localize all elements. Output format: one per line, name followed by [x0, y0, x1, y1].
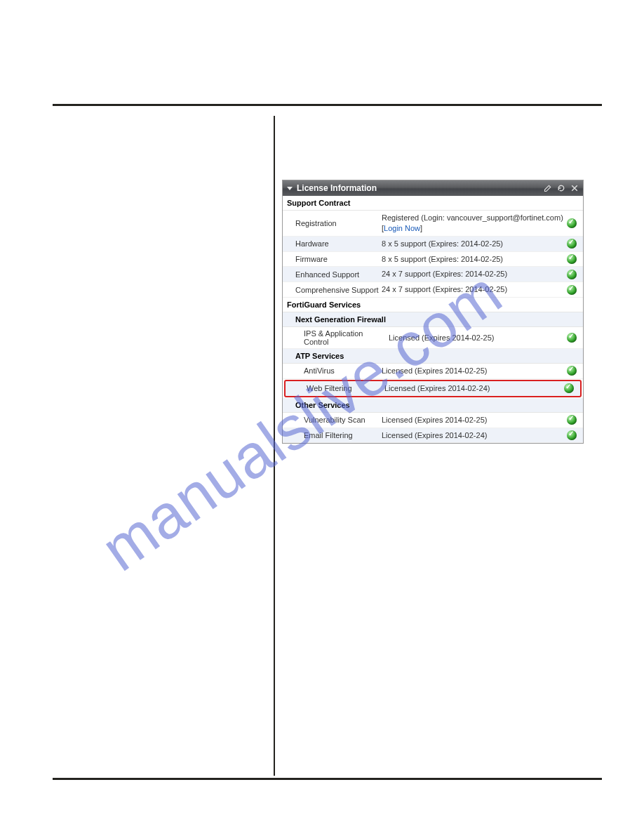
refresh-icon[interactable]: [556, 184, 565, 193]
value-antivirus: Licensed (Expires 2014-02-25): [382, 366, 565, 376]
row-comprehensive-support: Comprehensive Support 24 x 7 support (Ex…: [283, 282, 583, 298]
row-vulnerability-scan: Vulnerability Scan Licensed (Expires 201…: [283, 413, 583, 428]
label-comprehensive-support: Comprehensive Support: [287, 286, 382, 294]
subsection-ngfw: Next Generation Firewall: [283, 312, 583, 327]
status-ok-icon: [564, 383, 574, 393]
status-ok-icon: [567, 239, 577, 249]
collapse-icon[interactable]: [287, 187, 293, 190]
label-vuln-scan: Vulnerability Scan: [287, 416, 382, 424]
edit-icon[interactable]: [543, 184, 552, 193]
label-ips: IPS & Application Control: [287, 329, 389, 346]
row-email-filtering: Email Filtering Licensed (Expires 2014-0…: [283, 428, 583, 444]
label-registration: Registration: [287, 219, 382, 227]
widget-header: License Information: [283, 180, 583, 196]
label-enhanced-support: Enhanced Support: [287, 270, 382, 279]
value-web-filtering: Licensed (Expires 2014-02-24): [384, 383, 562, 394]
row-ips-application-control: IPS & Application Control Licensed (Expi…: [283, 327, 583, 349]
subsection-atp: ATP Services: [283, 349, 583, 364]
row-firmware: Firmware 8 x 5 support (Expires: 2014-02…: [283, 252, 583, 267]
subsection-other: Other Services: [283, 398, 583, 413]
page-bottom-rule: [53, 778, 602, 780]
widget-title: License Information: [297, 183, 377, 193]
status-ok-icon: [567, 218, 577, 228]
status-ok-icon: [567, 430, 577, 440]
status-ok-icon: [567, 285, 577, 295]
status-ok-icon: [567, 415, 577, 425]
row-registration: Registration Registered (Login: vancouve…: [283, 211, 583, 237]
license-information-widget: License Information Support Contract Reg…: [282, 180, 584, 444]
section-fortiguard-services: FortiGuard Services: [283, 298, 583, 312]
value-registration: Registered (Login: vancouver_support@for…: [382, 213, 565, 234]
status-ok-icon: [567, 270, 577, 279]
column-separator: [274, 116, 275, 776]
value-ips: Licensed (Expires 2014-02-25): [389, 333, 565, 343]
label-email-filtering: Email Filtering: [287, 431, 382, 439]
label-web-filtering: Web Filtering: [290, 384, 384, 392]
status-ok-icon: [567, 366, 577, 376]
page-top-rule: [53, 104, 602, 106]
value-comprehensive-support: 24 x 7 support (Expires: 2014-02-25): [382, 284, 565, 295]
value-hardware: 8 x 5 support (Expires: 2014-02-25): [382, 239, 565, 249]
row-antivirus: AntiVirus Licensed (Expires 2014-02-25): [283, 364, 583, 379]
login-now-link[interactable]: Login Now: [384, 224, 420, 232]
value-firmware: 8 x 5 support (Expires: 2014-02-25): [382, 254, 565, 265]
status-ok-icon: [567, 254, 577, 264]
value-email-filtering: Licensed (Expires 2014-02-24): [382, 430, 565, 441]
section-support-contract: Support Contract: [283, 196, 583, 211]
row-enhanced-support: Enhanced Support 24 x 7 support (Expires…: [283, 267, 583, 282]
status-ok-icon: [567, 333, 577, 343]
row-web-filtering: Web Filtering Licensed (Expires 2014-02-…: [284, 380, 582, 397]
close-icon[interactable]: [570, 184, 579, 193]
value-vuln-scan: Licensed (Expires 2014-02-25): [382, 415, 565, 425]
label-hardware: Hardware: [287, 239, 382, 248]
label-antivirus: AntiVirus: [287, 366, 382, 375]
label-firmware: Firmware: [287, 255, 382, 263]
row-hardware: Hardware 8 x 5 support (Expires: 2014-02…: [283, 237, 583, 252]
value-enhanced-support: 24 x 7 support (Expires: 2014-02-25): [382, 269, 565, 279]
